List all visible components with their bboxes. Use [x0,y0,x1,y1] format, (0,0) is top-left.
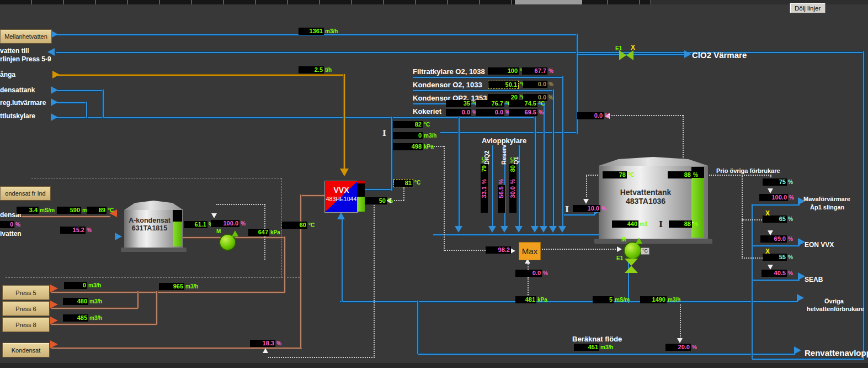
val-pump1-speed-unit: % [241,220,246,227]
flow-arrow-ovriga [797,294,804,302]
flow-arrow [51,86,58,94]
hide-lines-button[interactable]: Dölj linjer [790,3,826,13]
pipe-segment [340,301,798,303]
pipe-segment [492,145,494,226]
dashed-box-bottom [6,277,300,278]
val-vvx-in-temp: 60°C [282,222,315,229]
lbl-anga: ånga [0,71,15,78]
toolbar-strip-right [650,0,868,4]
tank-a-base [121,248,187,252]
val-kokeriet-pct-2: 0.0% [476,109,510,116]
val-kondensor-o2-temp[interactable]: 50.1°C [488,81,526,89]
box-kondensat[interactable]: Kondensat [2,343,50,358]
val-filtratkylare-temp-box: 100 [488,67,519,75]
pipe-segment [102,90,104,118]
val-akond-0pct-box: 0 [0,221,14,228]
heat-exchanger-vvx[interactable]: VVX 483HE1044 [324,181,358,213]
flow-arrow-anga-src [52,71,60,78]
pipe-segment [543,103,545,226]
pump-hetvatten-run-arrow [636,238,642,244]
val-seab-sp-box: 55 [763,254,787,261]
pump-hetvatten[interactable] [624,241,642,260]
val-press5-flow-unit: m3/h [88,282,101,289]
val-max-ref-unit: % [543,270,548,277]
pipe-segment [284,236,286,292]
valve-clo2-left[interactable] [619,50,626,60]
val-akond-temp-unit: °C [108,207,114,214]
val-akond-cond-box: 3.4 [17,207,39,214]
val-akond-level: 61.1% [184,221,214,228]
val-vatten-pct: 15.2% [60,227,92,234]
val-pump1-speed: 100.0% [211,220,246,227]
flow-arrow [47,48,55,56]
val-kokeriet-temp-3-unit: °C [539,100,545,107]
val-kokeriet-temp-1: 35°C [446,100,478,107]
pipe-segment [403,187,404,201]
val-kokeriet-ref: 0.0% [577,112,610,119]
val-avl-dq2-pct-unit: % [481,179,488,184]
lbl-ovriga-1: Övriga [824,298,844,304]
val-press5-flow2-unit: m3/h [185,283,198,290]
pipe-segment [156,291,158,324]
lbl-vatten-in: ivatten [0,230,22,238]
val-vvx-sp-temp[interactable]: 81°C [393,179,420,187]
val-akond-temp: 89°C [87,207,114,214]
pipe-segment [552,90,555,226]
val-prio-75-unit: % [788,178,793,186]
val-htank-level-bot: 88% [669,220,698,228]
valve-hetvatten-top[interactable] [625,259,638,266]
val-vvx-50-box: 50 [365,197,387,204]
val-avl-dq2-pct-box: 33.1 [481,185,488,213]
flow-arrow-anga [340,169,349,176]
val-press8-flow-box: 485 [63,314,88,322]
val-press6-flow-unit: m3/h [89,298,102,305]
pipe-segment [534,117,536,226]
lbl-kokeriet: Kokeriet [413,107,441,115]
valve-clo2-right[interactable] [626,50,633,60]
val-kokeriet-temp-3-box: 74.5 [509,100,537,107]
lbl-pump2-m: M [621,236,626,243]
flow-arrow-press8 [50,317,58,324]
flow-arrow-down [549,226,557,233]
val-kokeriet-ref-box: 0.0 [577,112,604,119]
val-htank-vol-unit: m3 [640,220,647,228]
pipe-segment [440,132,577,134]
val-vvx-out-press-box: 498 [393,143,423,150]
val-hot-flow-unit: m3/h [668,296,680,303]
box-press-5[interactable]: Press 5 [2,285,50,300]
val-avl-reserv-pct-unit: % [498,179,505,184]
lbl-kondensattank: densattank [0,86,35,94]
val-avl-dq2-pct: 33.1% [481,179,488,213]
box-press-6[interactable]: Press 6 [2,301,50,316]
dashed-box-top [31,178,281,178]
box-mellanhetvatten[interactable]: Mellanhetvatten [0,29,52,44]
val-vvx-sp-temp-box: 81 [393,179,413,187]
val-htank-temp: 78°C [603,171,634,178]
flow-arrow [51,113,58,121]
val-anga-flow: 2.5t/h [299,66,332,73]
pipe-segment [528,264,529,270]
flow-arrow-renvatten [794,346,801,354]
val-vvx-out-flow-unit: m3/h [424,132,436,139]
val-seab-pct-box: 40.5 [762,270,787,277]
val-kokeriet-temp-2: 76.7°C [476,100,512,107]
val-htank-vol-box: 440 [612,220,638,228]
lbl-hetvatten-till-1: vatten till [0,47,29,55]
val-kokeriet-pct-2-box: 0.0 [476,109,504,116]
val-kokeriet-temp-2-box: 76.7 [476,100,504,107]
val-akond-level-box: 61.1 [184,221,207,228]
val-akond-temp-box: 89 [87,207,106,214]
pipe-segment [752,204,800,206]
val-eon-pct: 69.0% [760,235,793,243]
box-press-8[interactable]: Press 8 [2,317,50,332]
signal-arrow [768,230,773,235]
val-renvatten-pct: 20.0% [665,344,697,351]
tank-a-level-bar [173,210,182,246]
val-vvx-out-temp-box: 82 [393,121,423,128]
val-kokeriet-pct-3-unit: % [539,109,544,116]
box-kondensat-fr-ind[interactable]: ondensat fr Ind [0,186,51,201]
val-anga-flow-unit: t/h [325,66,332,73]
valve-hetvatten-bottom[interactable] [625,266,638,273]
val-vvx-out-press-unit: kPa [424,143,434,150]
temp-chip[interactable]: °C [641,248,649,255]
